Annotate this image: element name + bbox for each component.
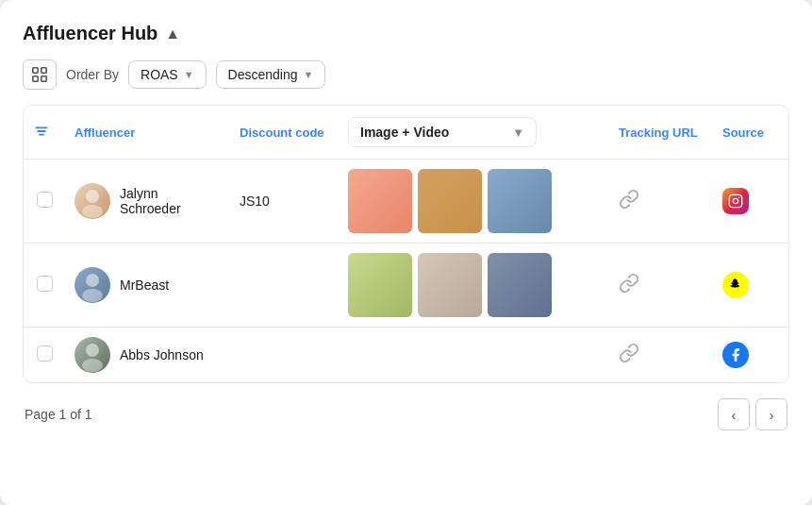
link-icon[interactable] xyxy=(619,277,639,297)
discount-code-cell: JS10 xyxy=(230,160,339,244)
svg-point-7 xyxy=(733,198,737,203)
influencer-name: Abbs Johnson xyxy=(120,347,204,362)
svg-rect-2 xyxy=(33,76,38,81)
svg-point-8 xyxy=(738,197,740,199)
tracking-url-cell xyxy=(609,160,713,244)
media-type-dropdown[interactable]: Image + Video ▼ xyxy=(348,117,537,147)
tracking-url-cell xyxy=(609,244,713,328)
row-checkbox[interactable] xyxy=(37,276,53,292)
table-row: Abbs Johnson xyxy=(24,328,788,383)
link-icon[interactable] xyxy=(619,193,639,213)
source-cell xyxy=(713,328,788,383)
media-dropdown-icon: ▼ xyxy=(512,126,524,140)
discount-code-cell xyxy=(230,328,339,383)
svg-rect-6 xyxy=(729,194,741,207)
media-thumbnail xyxy=(348,253,412,317)
media-cell xyxy=(339,244,609,328)
svg-point-12 xyxy=(82,359,103,372)
svg-point-9 xyxy=(86,274,99,287)
prev-page-button[interactable]: ‹ xyxy=(718,398,750,430)
next-page-button[interactable]: › xyxy=(755,398,787,430)
facebook-icon xyxy=(722,342,749,368)
tracking-url-cell xyxy=(609,328,713,383)
header: Affluencer Hub ▲ xyxy=(23,23,789,44)
app-title: Affluencer Hub xyxy=(23,23,157,44)
main-card: Affluencer Hub ▲ Order By ROAS ▼ Descend… xyxy=(0,0,812,505)
row-checkbox[interactable] xyxy=(37,192,53,208)
pagination: ‹ › xyxy=(718,398,787,430)
discount-code-cell xyxy=(230,244,339,328)
svg-point-4 xyxy=(86,190,99,203)
row-checkbox-cell xyxy=(24,328,65,383)
col-header-discount: Discount code xyxy=(230,106,339,160)
avatar xyxy=(75,337,110,373)
roas-dropdown-icon: ▼ xyxy=(184,69,194,80)
snapchat-icon xyxy=(722,272,749,298)
avatar xyxy=(75,183,110,219)
svg-rect-1 xyxy=(41,68,46,73)
col-header-check xyxy=(24,106,65,160)
table-row: Jalynn SchroederJS10 xyxy=(24,160,788,244)
source-cell xyxy=(713,160,788,244)
influencer-cell: Jalynn Schroeder xyxy=(65,160,230,244)
page-info: Page 1 of 1 xyxy=(25,407,92,422)
media-cell xyxy=(339,160,609,244)
media-thumbnail xyxy=(488,253,552,317)
col-header-influencer: Affluencer xyxy=(65,106,230,160)
col-header-media: Image + Video ▼ xyxy=(339,106,609,160)
link-icon[interactable] xyxy=(619,346,639,367)
row-checkbox-cell xyxy=(24,160,65,244)
col-header-tracking: Tracking URL xyxy=(609,106,713,160)
svg-point-5 xyxy=(82,205,103,218)
svg-rect-3 xyxy=(41,76,46,81)
collapse-icon[interactable]: ▲ xyxy=(165,25,180,42)
influencer-cell: MrBeast xyxy=(65,244,230,328)
grid-view-button[interactable] xyxy=(23,59,57,90)
media-cell xyxy=(339,328,609,383)
media-thumbnail xyxy=(488,169,552,233)
row-checkbox[interactable] xyxy=(37,345,53,362)
sort-select[interactable]: Descending ▼ xyxy=(216,60,326,89)
order-by-label: Order By xyxy=(66,67,119,82)
toolbar: Order By ROAS ▼ Descending ▼ xyxy=(23,59,789,90)
influencer-cell: Abbs Johnson xyxy=(65,328,230,383)
svg-point-10 xyxy=(82,289,103,302)
discount-code: JS10 xyxy=(240,194,270,209)
media-thumbnail xyxy=(418,169,482,233)
footer: Page 1 of 1 ‹ › xyxy=(23,398,789,430)
media-thumbnail xyxy=(418,253,482,317)
media-thumbnail xyxy=(348,169,412,233)
svg-rect-0 xyxy=(33,68,38,73)
roas-select[interactable]: ROAS ▼ xyxy=(128,60,207,89)
sort-dropdown-icon: ▼ xyxy=(304,69,314,80)
avatar xyxy=(75,267,110,303)
row-checkbox-cell xyxy=(24,244,65,328)
instagram-icon xyxy=(722,188,749,214)
col-header-source: Source xyxy=(713,106,788,160)
table-row: MrBeast xyxy=(24,244,788,328)
data-table: Affluencer Discount code Image + Video ▼… xyxy=(23,105,789,383)
influencer-name: Jalynn Schroeder xyxy=(120,186,221,216)
svg-point-11 xyxy=(86,344,99,357)
influencer-name: MrBeast xyxy=(120,278,169,293)
source-cell xyxy=(713,244,788,328)
